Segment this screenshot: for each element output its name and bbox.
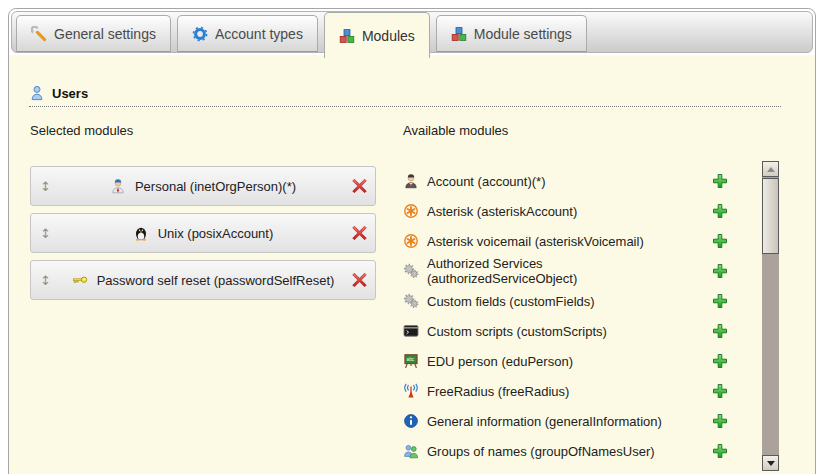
add-icon[interactable] <box>712 203 728 219</box>
drag-handle-icon[interactable]: ↕ <box>40 227 51 240</box>
tab-label: Account types <box>215 26 303 42</box>
gears-icon <box>403 293 419 309</box>
terminal-icon <box>403 323 419 339</box>
triangle-up-icon <box>767 167 775 172</box>
personal-icon <box>110 178 126 194</box>
selected-module-row-personal[interactable]: ↕ Personal (inetOrgPerson)(*) <box>30 166 376 206</box>
section-title: Users <box>52 86 88 101</box>
drag-handle-icon[interactable]: ↕ <box>40 180 51 193</box>
wrench-icon <box>31 26 47 42</box>
lam-configuration-window: General settings Account types Modules M… <box>8 8 816 474</box>
available-module-row-authorized-services: Authorized Services (authorizedServiceOb… <box>403 256 728 286</box>
available-module-row-edu-person: EDU person (eduPerson) <box>403 346 728 376</box>
tux-icon <box>133 225 149 241</box>
module-label: General information (generalInformation) <box>427 414 662 429</box>
chalkboard-icon <box>403 353 419 369</box>
tab-label: General settings <box>54 26 156 42</box>
info-icon <box>403 413 419 429</box>
scroll-up-button[interactable] <box>762 161 779 177</box>
module-label: FreeRadius (freeRadius) <box>427 384 569 399</box>
add-icon[interactable] <box>712 443 728 459</box>
modules-cubes-icon <box>339 28 355 44</box>
modules-tab-panel: Users Selected modules Available modules… <box>9 55 815 474</box>
gears-icon <box>403 263 419 279</box>
module-label: Personal (inetOrgPerson)(*) <box>135 179 296 194</box>
users-section-heading: Users <box>29 85 781 107</box>
add-icon[interactable] <box>712 353 728 369</box>
scrollbar-thumb[interactable] <box>762 178 779 254</box>
delete-icon[interactable] <box>351 178 368 195</box>
module-label: Unix (posixAccount) <box>158 226 274 241</box>
add-icon[interactable] <box>712 323 728 339</box>
available-module-row-account: Account (account)(*) <box>403 166 728 196</box>
modules-cubes-icon <box>451 26 467 42</box>
module-label: Authorized Services (authorizedServiceOb… <box>427 256 688 286</box>
tab-general-settings[interactable]: General settings <box>16 15 171 52</box>
module-label: Asterisk (asteriskAccount) <box>427 204 577 219</box>
module-label: EDU person (eduPerson) <box>427 354 573 369</box>
tab-label: Module settings <box>474 26 572 42</box>
add-icon[interactable] <box>712 383 728 399</box>
add-icon[interactable] <box>712 173 728 189</box>
group-icon <box>403 443 419 459</box>
available-module-row-groups-of-names: Groups of names (groupOfNamesUser) <box>403 436 728 466</box>
module-label: Account (account)(*) <box>427 174 546 189</box>
triangle-down-icon <box>767 461 775 466</box>
module-label: Password self reset (passwordSelfReset) <box>97 273 335 288</box>
available-module-row-general-information: General information (generalInformation) <box>403 406 728 436</box>
available-module-row-custom-scripts: Custom scripts (customScripts) <box>403 316 728 346</box>
tab-module-settings[interactable]: Module settings <box>436 15 587 52</box>
drag-handle-icon[interactable]: ↕ <box>40 274 51 287</box>
module-label: Custom scripts (customScripts) <box>427 324 607 339</box>
available-modules-scrollbar[interactable] <box>762 161 779 471</box>
selected-modules-list: ↕ Personal (inetOrgPerson)(*) ↕ Unix (po… <box>30 166 376 307</box>
available-module-row-freeradius: FreeRadius (freeRadius) <box>403 376 728 406</box>
tab-account-types[interactable]: Account types <box>177 15 318 52</box>
module-label: Custom fields (customFields) <box>427 294 595 309</box>
selected-module-row-password-self-reset[interactable]: ↕ Password self reset (passwordSelfReset… <box>30 260 376 300</box>
available-module-row-asterisk-voicemail: Asterisk voicemail (asteriskVoicemail) <box>403 226 728 256</box>
tab-label: Modules <box>362 28 415 44</box>
asterisk-icon <box>403 203 419 219</box>
available-modules-list: Account (account)(*) Asterisk (asteriskA… <box>403 166 728 466</box>
available-modules-label: Available modules <box>403 123 508 138</box>
scroll-down-button[interactable] <box>762 455 779 471</box>
selected-modules-label: Selected modules <box>30 123 133 138</box>
available-module-row-custom-fields: Custom fields (customFields) <box>403 286 728 316</box>
asterisk-icon <box>403 233 419 249</box>
tab-bar: General settings Account types Modules M… <box>11 11 813 53</box>
key-icon <box>72 272 88 288</box>
module-label: Groups of names (groupOfNamesUser) <box>427 444 655 459</box>
antenna-icon <box>403 383 419 399</box>
selected-module-row-unix[interactable]: ↕ Unix (posixAccount) <box>30 213 376 253</box>
tab-modules[interactable]: Modules <box>324 12 430 58</box>
add-icon[interactable] <box>712 293 728 309</box>
user-icon <box>29 85 45 101</box>
add-icon[interactable] <box>712 233 728 249</box>
add-icon[interactable] <box>712 263 728 279</box>
delete-icon[interactable] <box>351 272 368 289</box>
account-icon <box>403 173 419 189</box>
account-types-icon <box>192 26 208 42</box>
available-module-row-asterisk: Asterisk (asteriskAccount) <box>403 196 728 226</box>
module-label: Asterisk voicemail (asteriskVoicemail) <box>427 234 644 249</box>
add-icon[interactable] <box>712 413 728 429</box>
tab-strip: General settings Account types Modules M… <box>9 9 815 55</box>
delete-icon[interactable] <box>351 225 368 242</box>
